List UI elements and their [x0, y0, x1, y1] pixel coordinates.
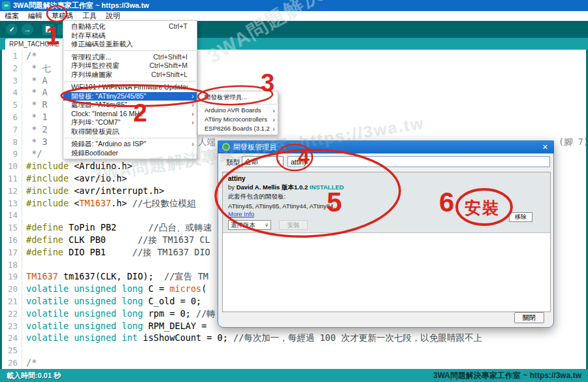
line-number: 2: [2, 63, 22, 75]
code-text: #include <Arduino.h>: [26, 161, 133, 171]
remove-button[interactable]: 移除: [509, 212, 532, 222]
menu-bar: 檔案編輯草稿碼工具說明: [0, 11, 588, 21]
verify-button[interactable]: ✓: [6, 24, 18, 35]
menu-separator: [64, 50, 196, 51]
sketch-tab[interactable]: RPM_TACHOME: [5, 39, 71, 50]
package-item-attiny[interactable]: attiny by David A. Mellis 版本1.0.2 INSTAL…: [223, 172, 550, 233]
more-info-link[interactable]: More Info: [228, 210, 545, 217]
tools-menu-item-manage-libraries[interactable]: 管理程式庫...Ctrl+Shift+I: [63, 53, 197, 62]
board-submenu-item-attiny-microcontrollers[interactable]: ATtiny Microcontrollers›: [198, 115, 278, 124]
board-submenu-item-boards-manager[interactable]: 開發板管理員...: [198, 93, 278, 102]
tools-menu-item-fix-encoding[interactable]: 修正編碼並重新載入: [63, 40, 197, 49]
menu-separator: [64, 138, 196, 138]
boards-manager-icon: [222, 143, 230, 151]
line-number: 15: [2, 222, 22, 234]
line-number: 24: [2, 332, 22, 345]
menu-item-label: ESP8266 Boards (3.1.2): [204, 124, 270, 133]
submenu-arrow-icon: ›: [191, 92, 194, 101]
menu-item-label: 序列埠: "COM7": [71, 118, 188, 127]
menu-item-label: Clock: "Internal 16 MHz": [71, 110, 188, 119]
code-text: volatile unsigned long C = micros(: [26, 283, 206, 294]
code-text: volatile unsigned long C_old = 0;: [26, 296, 206, 306]
arrow-right-icon: →: [24, 25, 31, 33]
code-text: /*: [26, 50, 37, 61]
line-number: 17: [2, 247, 22, 259]
tools-menu-item-serial-plotter[interactable]: 序列埠繪圖家Ctrl+Shift+L: [63, 71, 197, 80]
line-number: 10: [2, 161, 22, 173]
line-number: 14: [2, 210, 22, 222]
line-number: 20: [2, 283, 22, 296]
board-submenu-item-arduino-avr-boards[interactable]: Arduino AVR Boards›: [198, 106, 278, 115]
version-select[interactable]: 選擇版本 ∨: [228, 220, 271, 230]
menu-item-shortcut: Ctrl+Shift+M: [150, 61, 188, 71]
new-sketch-button[interactable]: [42, 24, 54, 35]
close-icon[interactable]: ✕: [542, 140, 548, 153]
code-text: #define ToPin PB2 //凸台、或轉速: [26, 222, 212, 232]
menubar-item-edit[interactable]: 編輯: [24, 11, 47, 21]
line-number: 12: [2, 185, 22, 198]
tools-menu: 自動格式化Ctrl+T封存草稿碼修正編碼並重新載入管理程式庫...Ctrl+Sh…: [63, 20, 197, 159]
menubar-item-tools[interactable]: 工具: [78, 11, 101, 21]
boards-intro: 此套件包含的開發板:: [228, 193, 545, 201]
tools-menu-item-port[interactable]: 序列埠: "COM7"›: [63, 118, 197, 127]
code-text: * 3: [26, 136, 48, 147]
code-fragment: 人端: [198, 136, 216, 148]
code-line: 24volatile unsigned int isShowCount = 0;…: [2, 332, 586, 344]
tools-menu-item-board-info[interactable]: 取得開發板資訊: [63, 127, 197, 136]
code-text: #define DIO PB1 //接 TM1637 DIO: [26, 247, 210, 257]
code-text: TM1637 tm1637(CLK, DIO); //宣告 TM: [26, 271, 208, 281]
line-number: 5: [2, 99, 22, 112]
package-version: 版本1.0.2: [282, 183, 308, 191]
menu-separator: [199, 104, 277, 104]
menu-item-shortcut: Ctrl+Shift+L: [152, 71, 188, 80]
window-titlebar: ∞ 3WA問題解決專家工作室 ~ https://3wa.tw: [0, 0, 588, 11]
menu-item-label: 燒錄Bootloader: [71, 149, 188, 158]
menu-item-label: 管理程式庫...: [71, 53, 146, 62]
menu-item-shortcut: Ctrl+T: [169, 22, 188, 31]
line-number: 13: [2, 198, 22, 210]
submenu-arrow-icon: ›: [272, 115, 275, 124]
code-text: * 七: [26, 63, 51, 73]
window-title: 3WA問題解決專家工作室 ~ https://3wa.tw: [13, 1, 149, 9]
search-input[interactable]: [287, 156, 550, 167]
tools-menu-item-processor[interactable]: 處理器: "ATtiny85"›: [63, 101, 197, 110]
tab-label: RPM_TACHOME: [9, 40, 59, 48]
install-button[interactable]: 安裝: [279, 220, 308, 230]
menu-item-label: 序列埠繪圖家: [71, 71, 145, 80]
tools-menu-item-wifi-firmware-updater[interactable]: WiFi101 / WiFiNINA Firmware Updater: [63, 83, 197, 92]
menu-item-shortcut: Ctrl+Shift+I: [153, 53, 188, 62]
menu-item-label: 開發板: "ATtiny25/45/85": [71, 92, 188, 101]
code-line: 25: [2, 344, 586, 357]
status-message: 載入時間:0.01 秒: [7, 372, 61, 379]
type-filter-select[interactable]: 全部 ∨: [242, 156, 284, 167]
app-icon: ∞: [2, 1, 10, 10]
tools-menu-item-clock[interactable]: Clock: "Internal 16 MHz"›: [63, 110, 197, 119]
tools-menu-item-burn-bootloader[interactable]: 燒錄Bootloader: [63, 149, 197, 158]
package-list: attiny by David A. Mellis 版本1.0.2 INSTAL…: [222, 172, 551, 312]
board-submenu-item-esp8266-boards[interactable]: ESP8266 Boards (3.1.2)›: [198, 124, 278, 133]
tools-menu-item-archive-sketch[interactable]: 封存草稿碼: [63, 31, 197, 40]
boards-manager-dialog: 開發板管理員 ✕ 類型 全部 ∨ attiny by David A. Mell…: [218, 140, 554, 328]
byline-prefix: by: [228, 183, 237, 191]
tools-menu-item-board[interactable]: 開發板: "ATtiny25/45/85"›: [63, 92, 197, 101]
submenu-arrow-icon: ›: [272, 124, 275, 133]
submenu-arrow-icon: ›: [191, 101, 194, 110]
tools-menu-item-programmer[interactable]: 燒錄器: "Arduino as ISP"›: [63, 140, 197, 149]
version-select-value: 選擇版本: [231, 221, 255, 229]
tools-menu-item-auto-format[interactable]: 自動格式化Ctrl+T: [63, 22, 197, 31]
menubar-item-file[interactable]: 檔案: [0, 11, 24, 21]
tools-menu-item-serial-monitor[interactable]: 序列埠監控視窗Ctrl+Shift+M: [63, 61, 197, 71]
close-button[interactable]: 關閉: [514, 312, 544, 323]
menu-item-label: 封存草稿碼: [71, 31, 188, 40]
menubar-item-sketch[interactable]: 草稿碼: [47, 11, 78, 21]
code-text: #include <avr/io.h>: [26, 173, 127, 183]
code-fragment: (腳 7): [559, 136, 588, 148]
menu-separator: [64, 81, 196, 82]
code-text: * A: [26, 75, 48, 86]
menu-item-label: 處理器: "ATtiny85": [71, 101, 188, 110]
upload-button[interactable]: →: [22, 24, 33, 35]
line-number: 16: [2, 234, 22, 247]
line-number: 9: [2, 148, 22, 161]
menubar-item-help[interactable]: 說明: [101, 11, 125, 21]
code-text: #include <avr/interrupt.h>: [26, 185, 164, 196]
